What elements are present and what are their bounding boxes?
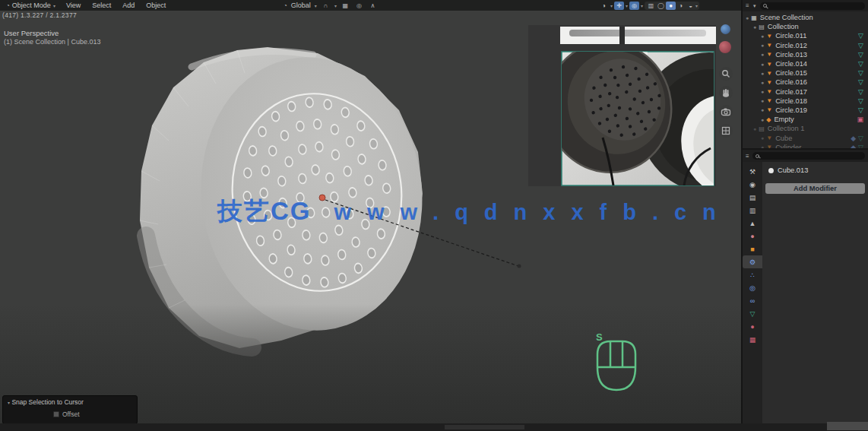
outliner-row-cube[interactable]: ●▼Cube◆▽: [743, 133, 868, 142]
outliner-row-collection-1[interactable]: ●▤Collection 1: [743, 124, 868, 133]
row-dot-icon: ●: [761, 98, 764, 103]
shading-wireframe-button[interactable]: ◯: [656, 2, 666, 10]
operator-title[interactable]: ▾ Snap Selection to Cursor: [8, 398, 132, 406]
outliner-row-circle-015[interactable]: ●▼Circle.015▽: [743, 68, 868, 78]
properties-tab-scene[interactable]: ▲: [743, 217, 762, 230]
outliner-row-circle-011[interactable]: ●▼Circle.011▽: [743, 31, 868, 40]
editor-type-icon: ◔: [6, 2, 10, 9]
shading-material-button[interactable]: ◑: [676, 2, 686, 10]
modifier-icon[interactable]: ◆: [851, 144, 856, 150]
outliner-row-cylinder[interactable]: ●▼Cylinder◆▽: [743, 143, 868, 150]
mesh-data-icon[interactable]: ▽: [858, 97, 863, 105]
properties-tab-world[interactable]: ●: [743, 230, 762, 242]
mesh-object-icon: ▼: [766, 79, 772, 86]
strip-gap: [619, 27, 625, 44]
outliner-row-circle-013[interactable]: ●▼Circle.013▽: [743, 50, 868, 59]
mesh-data-icon[interactable]: ▽: [858, 88, 863, 96]
properties-tab-view-layer[interactable]: ▥: [743, 204, 762, 217]
operator-panel[interactable]: ▾ Snap Selection to Cursor Offset: [2, 395, 138, 424]
properties-tab-particles[interactable]: ∴: [743, 268, 762, 281]
mesh-data-icon[interactable]: ▽: [858, 51, 863, 59]
properties-tab-tool[interactable]: ⚒: [743, 165, 762, 178]
mesh-data-icon[interactable]: ▽: [858, 106, 863, 114]
show-overlays-toggle[interactable]: ◎: [629, 2, 639, 10]
outliner-row-empty[interactable]: ●◆Empty▣: [743, 115, 868, 124]
outliner-row-circle-019[interactable]: ●▼Circle.019▽: [743, 106, 868, 115]
properties-search-input[interactable]: [762, 153, 862, 160]
mesh-data-icon[interactable]: ▽: [858, 78, 863, 86]
mesh-data-icon[interactable]: ▽: [858, 60, 863, 68]
proportional-falloff-icon[interactable]: ∧: [368, 2, 378, 10]
mesh-data-icon[interactable]: ▽: [858, 144, 863, 150]
outliner-editor-icon[interactable]: ≡: [746, 2, 749, 9]
earcup-mesh-object[interactable]: [140, 46, 436, 348]
mesh-data-icon[interactable]: ▽: [858, 69, 863, 77]
outliner-search[interactable]: [760, 2, 865, 10]
properties-tab-constraints[interactable]: ∞: [743, 294, 762, 307]
outliner-row-collection[interactable]: ●▤Collection: [743, 22, 868, 31]
properties-tab-object[interactable]: ■: [743, 242, 762, 255]
outliner-row-circle-018[interactable]: ●▼Circle.018▽: [743, 97, 868, 106]
filter-icon[interactable]: ▼: [752, 4, 757, 8]
properties-tab-material[interactable]: ●: [743, 320, 762, 333]
outliner-item-label: Circle.019: [775, 106, 856, 114]
mesh-data-icon[interactable]: ▽: [858, 32, 863, 40]
mesh-data-icon[interactable]: ▽: [858, 135, 863, 142]
offset-checkbox[interactable]: [53, 411, 59, 417]
row-dot-icon: ●: [761, 107, 764, 113]
modifier-properties-panel: Cube.013 Add Modifier: [762, 162, 868, 431]
menu-view[interactable]: View: [62, 2, 85, 9]
modifier-icon[interactable]: ◆: [851, 135, 856, 142]
properties-tab-render[interactable]: ◉: [743, 178, 762, 191]
outliner-item-label: Circle.013: [775, 51, 856, 59]
panel-expander-icon[interactable]: ▾: [8, 401, 10, 405]
mesh-data-icon[interactable]: ▽: [858, 42, 863, 49]
shading-solid-button[interactable]: ●: [666, 2, 676, 10]
shading-rendered-button[interactable]: ◒: [686, 2, 695, 10]
snap-to-icon[interactable]: ▦: [341, 2, 350, 10]
properties-tab-physics[interactable]: ◎: [743, 281, 762, 294]
show-gizmo-toggle[interactable]: ✛: [614, 2, 624, 10]
add-modifier-button[interactable]: Add Modifier: [765, 183, 865, 194]
properties-search[interactable]: [752, 152, 865, 160]
reference-image[interactable]: [528, 25, 716, 186]
perspective-toggle-icon[interactable]: [719, 124, 733, 138]
zoom-gizmo-icon[interactable]: [719, 67, 733, 81]
scene-collection-icon: ▦: [751, 14, 757, 21]
properties-tab-data[interactable]: ▽: [743, 307, 762, 320]
properties-editor-icon[interactable]: ≡: [746, 153, 749, 160]
search-icon: [763, 4, 767, 8]
properties-tab-column: ⚒◉▤▥▲●■⚙∴◎∞▽●▦: [743, 162, 762, 431]
outliner-search-input[interactable]: [769, 2, 862, 9]
snap-magnet-icon[interactable]: ∩: [321, 2, 331, 10]
nav-axis-ball[interactable]: [719, 41, 731, 53]
annotate-icon[interactable]: ◑: [599, 2, 609, 10]
menu-object[interactable]: Object: [141, 2, 170, 9]
outliner-row-circle-014[interactable]: ●▼Circle.014▽: [743, 59, 868, 68]
outliner-row-circle-016[interactable]: ●▼Circle.016▽: [743, 78, 868, 87]
row-dot-icon: ●: [761, 52, 764, 57]
orientation-dropdown[interactable]: Global: [291, 2, 311, 9]
outliner-item-label: Empty: [774, 116, 854, 123]
chevron-down-icon: ▾: [626, 3, 628, 8]
outliner-item-label: Collection: [768, 23, 863, 30]
camera-view-icon[interactable]: [719, 105, 733, 119]
proportional-editing-icon[interactable]: ◎: [354, 2, 364, 10]
properties-tab-texture[interactable]: ▦: [743, 333, 762, 346]
xray-toggle[interactable]: ▥: [646, 2, 656, 10]
mesh-object-icon: ▼: [766, 61, 772, 68]
menu-select[interactable]: Select: [87, 2, 116, 9]
nav-axis-gizmo[interactable]: [721, 24, 730, 34]
breadcrumb-object-name: Cube.013: [778, 166, 808, 174]
outliner-row-circle-012[interactable]: ●▼Circle.012▽: [743, 41, 868, 50]
outliner-row-scene-collection[interactable]: ●▦Scene Collection: [743, 13, 868, 22]
properties-tab-output[interactable]: ▤: [743, 191, 762, 204]
menu-add[interactable]: Add: [118, 2, 139, 9]
image-data-icon[interactable]: ▣: [857, 116, 863, 123]
viewport-header: ◔ Object Mode ▾ ViewSelectAddObject ◔ Gl…: [0, 0, 741, 11]
move-view-hand-icon[interactable]: [719, 86, 733, 100]
properties-tab-modifiers[interactable]: ⚙: [743, 255, 762, 268]
mode-dropdown[interactable]: ◔ Object Mode ▾: [3, 2, 59, 9]
right-panel-column: ≡ ▼ ●▦Scene Collection●▤Collection●▼Circ…: [741, 0, 868, 431]
outliner-row-circle-017[interactable]: ●▼Circle.017▽: [743, 87, 868, 97]
